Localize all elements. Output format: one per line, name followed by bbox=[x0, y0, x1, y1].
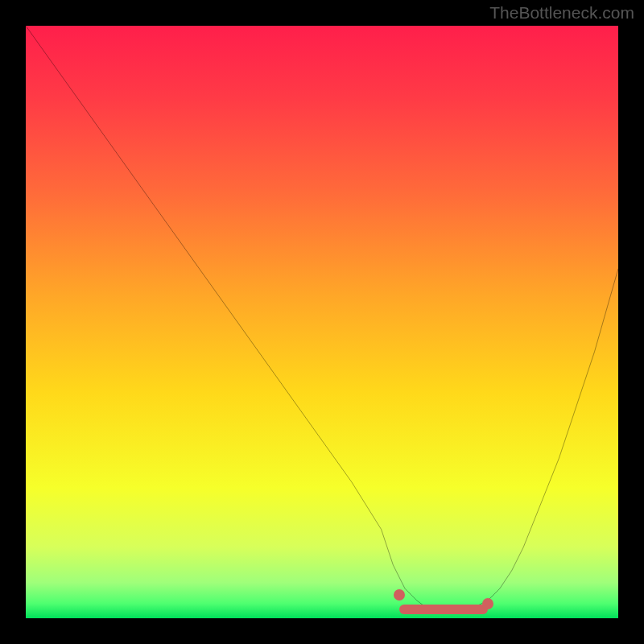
optimal-range-bar bbox=[399, 605, 488, 614]
watermark-text: TheBottleneck.com bbox=[489, 3, 634, 23]
curve-marker bbox=[394, 589, 405, 601]
curve-marker bbox=[482, 598, 493, 609]
bottleneck-curve-line bbox=[26, 26, 618, 613]
chart-curve-svg bbox=[26, 26, 618, 618]
chart-plot-area bbox=[26, 26, 618, 618]
